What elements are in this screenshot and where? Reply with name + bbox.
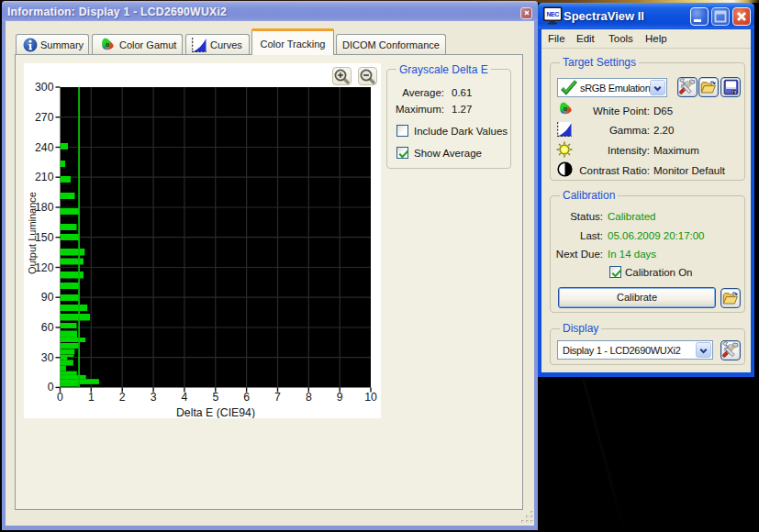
svg-text:8: 8 (306, 391, 312, 404)
svg-text:3: 3 (151, 391, 157, 404)
svg-text:0: 0 (48, 381, 54, 393)
svg-text:1: 1 (88, 391, 95, 404)
svg-text:4: 4 (181, 391, 187, 404)
svg-text:180: 180 (35, 201, 54, 214)
svg-text:150: 150 (35, 231, 54, 244)
svg-text:10: 10 (364, 391, 377, 404)
svg-text:5: 5 (212, 391, 218, 404)
svg-text:90: 90 (41, 291, 54, 304)
svg-text:Delta E (CIE94): Delta E (CIE94) (176, 406, 255, 418)
svg-text:120: 120 (35, 261, 54, 274)
svg-text:300: 300 (35, 81, 54, 94)
svg-text:0: 0 (57, 391, 63, 404)
svg-text:7: 7 (274, 391, 281, 404)
svg-text:60: 60 (41, 321, 54, 334)
svg-text:30: 30 (41, 351, 54, 364)
svg-text:240: 240 (35, 141, 54, 154)
svg-text:210: 210 (35, 171, 54, 183)
svg-text:9: 9 (337, 391, 343, 404)
svg-text:Output Luminance: Output Luminance (27, 192, 38, 274)
svg-text:6: 6 (243, 391, 250, 404)
svg-text:2: 2 (119, 391, 126, 404)
svg-text:NEC: NEC (547, 11, 560, 17)
svg-text:270: 270 (35, 111, 54, 124)
